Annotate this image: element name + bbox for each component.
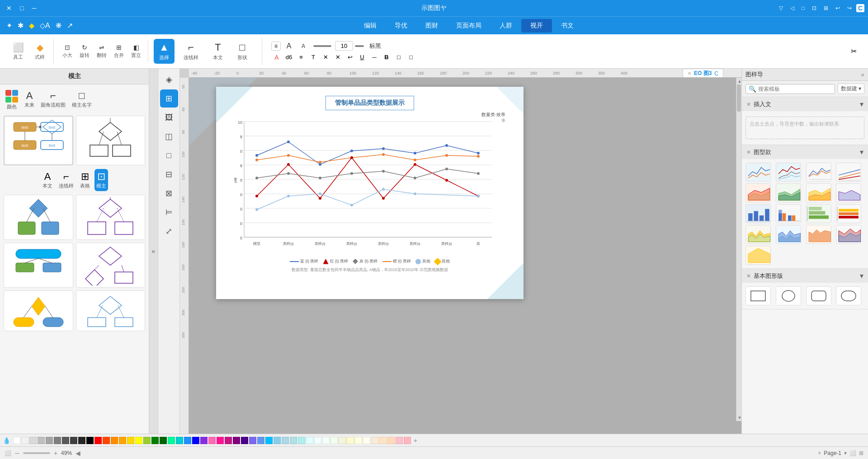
color-cell-purple[interactable] — [233, 437, 240, 444]
chart-thumb-area2[interactable] — [776, 183, 801, 202]
sidebar-tool-expand[interactable]: ⤢ — [160, 222, 178, 240]
color-cell-lightcyan[interactable] — [306, 437, 313, 444]
zoom-increase-btn[interactable]: + — [54, 450, 57, 457]
line-btn[interactable]: ─ — [369, 53, 380, 61]
size-button[interactable]: ⊡ 小大 — [59, 42, 75, 61]
chart-thumb-bar1[interactable] — [745, 204, 771, 223]
chart-thumb-line3[interactable] — [806, 163, 831, 182]
color-cell-dark3[interactable] — [78, 437, 85, 444]
menu-tool-select[interactable]: ✦ — [5, 19, 14, 32]
right-expand-icon[interactable]: » — [861, 71, 864, 78]
chart-thumb-wave1[interactable] — [745, 225, 771, 244]
sidebar-tool-comment[interactable]: □ — [160, 146, 178, 164]
sidebar-tool-table[interactable]: ⊟ — [160, 165, 178, 183]
min-btn[interactable]: ─ — [29, 4, 39, 13]
color-cell-lightblue[interactable] — [282, 437, 289, 444]
shapes-section-header[interactable]: ✕ 基本图形版 ▾ — [742, 269, 868, 283]
color-cell-paleturq[interactable] — [298, 437, 305, 444]
color-cell-bisque[interactable] — [379, 437, 387, 444]
color-cell-dark2[interactable] — [70, 437, 77, 444]
shape-thumb-ellipse[interactable] — [836, 286, 861, 305]
template-5[interactable] — [4, 243, 73, 288]
insert-text-placeholder[interactable]: 点击土击点，导导意中数，输出标准联系 — [745, 117, 864, 139]
color-cell-dark1[interactable] — [62, 437, 69, 444]
titlebar-icon-3[interactable]: □ — [799, 4, 807, 12]
color-cell-red[interactable] — [94, 437, 102, 444]
color-cell-blue[interactable] — [192, 437, 199, 444]
nav-arrow-icon[interactable]: ◀ — [75, 450, 80, 457]
titlebar-icon-5[interactable]: ⊞ — [821, 4, 831, 12]
chart-thumb-line2[interactable] — [776, 163, 801, 182]
collapse-panel-button[interactable]: « — [149, 69, 158, 434]
chart-type-header[interactable]: ✕ 图型款 ▾ — [742, 145, 868, 159]
strikethrough-btn[interactable]: ✕ — [320, 53, 331, 61]
color-cell-green1[interactable] — [143, 437, 151, 444]
shape-tool-button[interactable]: □ 形状 — [232, 39, 253, 64]
font-align-left[interactable]: ≡ — [271, 42, 281, 51]
sidebar-tool-fill[interactable]: ◈ — [160, 70, 178, 89]
menu-tool-2[interactable]: ✱ — [16, 19, 25, 32]
menu-tool-6[interactable]: ↗ — [65, 19, 75, 32]
color-cell-mintcream[interactable] — [322, 437, 330, 444]
color-cell-hotpink[interactable] — [208, 437, 216, 444]
insert-section-expand-icon[interactable]: ▾ — [860, 100, 863, 108]
page-dropdown-icon[interactable]: ▾ — [844, 450, 847, 456]
chart-type-expand-icon[interactable]: ▾ — [860, 148, 863, 156]
color-cell-indigo[interactable] — [241, 437, 248, 444]
color-cell-gray2[interactable] — [46, 437, 53, 444]
sidebar-tool-layers[interactable]: ◫ — [160, 127, 178, 145]
font-size-input[interactable]: 10 — [335, 41, 353, 51]
chart-thumb-line1[interactable] — [745, 163, 771, 182]
insert-section-close-icon[interactable]: ✕ — [746, 101, 751, 108]
canvas-scroll-down[interactable]: ▼ — [736, 414, 741, 421]
btn-connline[interactable]: ⌐ 连线样 — [57, 169, 75, 191]
color-cell-spring[interactable] — [168, 437, 175, 444]
category-flow[interactable]: ⌐ 圆角流程图 — [39, 88, 67, 112]
color-cell-pink[interactable] — [396, 437, 403, 444]
color-cell-orange3[interactable] — [119, 437, 126, 444]
select-tool-button[interactable]: ▲ 选择 — [154, 39, 175, 64]
wrap-btn[interactable]: ↩ — [344, 53, 355, 61]
close-btn[interactable]: ✕ — [4, 4, 14, 13]
color-cell-skyblue[interactable] — [274, 437, 281, 444]
chart-thumb-bar3[interactable] — [806, 204, 831, 223]
chart-thumb-wave2[interactable] — [776, 225, 801, 244]
template-yellow[interactable] — [4, 290, 73, 331]
color-cell-white[interactable] — [13, 437, 20, 444]
color-cell-gray3[interactable] — [54, 437, 61, 444]
menu-item-nav[interactable]: 导优 — [386, 19, 416, 33]
page-nav-prev[interactable]: + — [818, 450, 821, 456]
menu-item-chart[interactable]: 图财 — [416, 19, 447, 33]
text-tool-button[interactable]: T 本文 — [208, 39, 228, 64]
style-right-btn[interactable]: ✂ — [844, 45, 863, 57]
template-6[interactable] — [76, 243, 146, 288]
font-size-down[interactable]: A — [297, 42, 310, 50]
category-model[interactable]: □ 模主名字 — [70, 88, 94, 112]
paste-format-btn[interactable]: □ — [406, 53, 416, 61]
template-flowchart-color[interactable]: text text text text — [4, 116, 73, 165]
search-input[interactable] — [758, 86, 832, 92]
color-cell-honeydew[interactable] — [330, 437, 338, 444]
page-nav-icon[interactable]: ⬜ — [849, 450, 856, 456]
color-bar-more[interactable]: + — [414, 437, 417, 444]
color-cell-light2[interactable] — [29, 437, 37, 444]
tool-button[interactable]: ⬜ 具工 — [8, 40, 28, 62]
color-cell-darkgreen[interactable] — [160, 437, 167, 444]
menu-item-view[interactable]: 视开 — [521, 19, 552, 33]
chart-thumb-line4[interactable] — [836, 163, 861, 182]
color-cell-yellow2[interactable] — [135, 437, 142, 444]
color-cell-cornflower[interactable] — [257, 437, 264, 444]
chart-thumb-area3[interactable] — [806, 183, 831, 202]
arrange-button[interactable]: ◧ 置立 — [128, 42, 144, 61]
color-cell-orange2[interactable] — [111, 437, 118, 444]
color-cell-light1[interactable] — [21, 437, 28, 444]
font-highlight-btn[interactable]: d6 — [283, 53, 294, 61]
category-text[interactable]: A 末来 — [23, 88, 36, 112]
chart-thumb-wave3[interactable] — [806, 225, 831, 244]
shape-thumb-circle[interactable] — [776, 286, 801, 305]
sidebar-tool-image[interactable]: 🖼 — [160, 108, 178, 126]
shapes-section-close-icon[interactable]: ✕ — [746, 273, 751, 279]
subscript-btn[interactable]: ✕ — [332, 53, 343, 61]
chart-thumb-extra1[interactable] — [745, 246, 771, 265]
menu-tool-4[interactable]: ◇A — [38, 19, 52, 32]
